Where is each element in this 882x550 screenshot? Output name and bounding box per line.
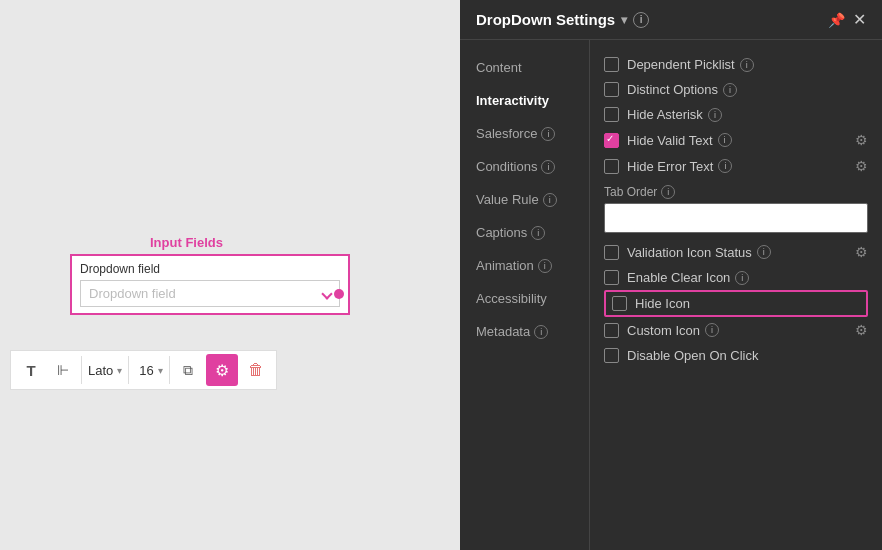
nav-item-accessibility[interactable]: Accessibility (460, 283, 589, 314)
nav-item-conditions[interactable]: Conditions i (460, 151, 589, 182)
hide-error-text-info-icon[interactable]: i (718, 159, 732, 173)
font-chevron-icon: ▾ (117, 365, 122, 376)
nav-label-value-rule: Value Rule (476, 192, 539, 207)
hide-valid-text-gear-icon[interactable]: ⚙ (855, 132, 868, 148)
text-icon: T (26, 362, 35, 379)
font-size-value: 16 (139, 363, 153, 378)
nav-item-value-rule[interactable]: Value Rule i (460, 184, 589, 215)
option-hide-valid-text: Hide Valid Text i ⚙ (604, 127, 868, 153)
text-style-button[interactable]: T (17, 356, 45, 384)
gear-button[interactable]: ⚙ (206, 354, 238, 386)
nav-label-content: Content (476, 60, 522, 75)
option-validation-icon-status: Validation Icon Status i ⚙ (604, 239, 868, 265)
nav-label-animation: Animation (476, 258, 534, 273)
title-chevron-icon: ▾ (621, 13, 627, 27)
input-fields-label: Input Fields (150, 235, 350, 250)
dropdown-placeholder: Dropdown field (89, 286, 176, 301)
toolbar: T ⊩ Lato ▾ 16 ▾ ⧉ ⚙ 🗑 (10, 350, 277, 390)
option-dependent-picklist: Dependent Picklist i (604, 52, 868, 77)
font-selector[interactable]: Lato ▾ (81, 356, 129, 384)
hide-error-text-gear-icon[interactable]: ⚙ (855, 158, 868, 174)
panel-content: Dependent Picklist i Distinct Options i … (590, 40, 882, 550)
hide-asterisk-info-icon[interactable]: i (708, 108, 722, 122)
option-disable-open-on-click: Disable Open On Click (604, 343, 868, 368)
enable-clear-icon-label: Enable Clear Icon i (627, 270, 868, 285)
disable-open-on-click-checkbox[interactable] (604, 348, 619, 363)
gear-icon: ⚙ (215, 361, 229, 380)
metadata-info-icon[interactable]: i (534, 325, 548, 339)
nav-item-metadata[interactable]: Metadata i (460, 316, 589, 347)
nav-item-content[interactable]: Content (460, 52, 589, 83)
custom-icon-info-icon[interactable]: i (705, 323, 719, 337)
custom-icon-label: Custom Icon i (627, 323, 847, 338)
hide-asterisk-label: Hide Asterisk i (627, 107, 868, 122)
dependent-picklist-checkbox[interactable] (604, 57, 619, 72)
hide-valid-text-checkbox[interactable] (604, 133, 619, 148)
nav-label-accessibility: Accessibility (476, 291, 547, 306)
dropdown-arrow-icon (319, 290, 331, 298)
validation-icon-gear-icon[interactable]: ⚙ (855, 244, 868, 260)
enable-clear-info-icon[interactable]: i (735, 271, 749, 285)
custom-icon-gear-icon[interactable]: ⚙ (855, 322, 868, 338)
panel-title: DropDown Settings ▾ i (476, 11, 820, 28)
distinct-options-label: Distinct Options i (627, 82, 868, 97)
trash-icon: 🗑 (248, 361, 264, 379)
panel-title-text: DropDown Settings (476, 11, 615, 28)
option-hide-icon: Hide Icon (604, 290, 868, 317)
animation-info-icon[interactable]: i (538, 259, 552, 273)
panel-info-icon[interactable]: i (633, 12, 649, 28)
size-chevron-icon: ▾ (158, 365, 163, 376)
hide-valid-text-label: Hide Valid Text i (627, 133, 847, 148)
salesforce-info-icon[interactable]: i (541, 127, 555, 141)
nav-label-interactivity: Interactivity (476, 93, 549, 108)
dot-indicator (334, 289, 344, 299)
align-button[interactable]: ⊩ (49, 356, 77, 384)
nav-label-metadata: Metadata (476, 324, 530, 339)
validation-icon-status-checkbox[interactable] (604, 245, 619, 260)
custom-icon-checkbox[interactable] (604, 323, 619, 338)
nav-label-salesforce: Salesforce (476, 126, 537, 141)
conditions-info-icon[interactable]: i (541, 160, 555, 174)
enable-clear-icon-checkbox[interactable] (604, 270, 619, 285)
tab-order-label-text: Tab Order (604, 185, 657, 199)
font-size-selector[interactable]: 16 ▾ (133, 356, 169, 384)
delete-button[interactable]: 🗑 (242, 356, 270, 384)
tab-order-input[interactable] (604, 203, 868, 233)
dependent-picklist-info-icon[interactable]: i (740, 58, 754, 72)
nav-item-animation[interactable]: Animation i (460, 250, 589, 281)
option-custom-icon: Custom Icon i ⚙ (604, 317, 868, 343)
close-icon[interactable]: ✕ (853, 10, 866, 29)
hide-error-text-label: Hide Error Text i (627, 159, 847, 174)
field-group: Dropdown field Dropdown field (70, 254, 350, 315)
panel-body: Content Interactivity Salesforce i Condi… (460, 40, 882, 550)
dropdown-select[interactable]: Dropdown field (80, 280, 340, 307)
nav-item-captions[interactable]: Captions i (460, 217, 589, 248)
hide-valid-text-info-icon[interactable]: i (718, 133, 732, 147)
tab-order-info-icon[interactable]: i (661, 185, 675, 199)
dependent-picklist-label: Dependent Picklist i (627, 57, 868, 72)
nav-item-interactivity[interactable]: Interactivity (460, 85, 589, 116)
option-enable-clear-icon: Enable Clear Icon i (604, 265, 868, 290)
nav-label-conditions: Conditions (476, 159, 537, 174)
hide-icon-checkbox[interactable] (612, 296, 627, 311)
tab-order-label: Tab Order i (604, 185, 868, 199)
link-button[interactable]: ⧉ (174, 356, 202, 384)
hide-error-text-checkbox[interactable] (604, 159, 619, 174)
option-distinct-options: Distinct Options i (604, 77, 868, 102)
distinct-options-info-icon[interactable]: i (723, 83, 737, 97)
disable-open-on-click-label: Disable Open On Click (627, 348, 868, 363)
validation-icon-status-label: Validation Icon Status i (627, 245, 847, 260)
panel-header: DropDown Settings ▾ i 📌 ✕ (460, 0, 882, 40)
pin-icon[interactable]: 📌 (828, 12, 845, 28)
hide-icon-label: Hide Icon (635, 296, 860, 311)
canvas-area: Input Fields Dropdown field Dropdown fie… (0, 0, 460, 550)
value-rule-info-icon[interactable]: i (543, 193, 557, 207)
validation-info-icon[interactable]: i (757, 245, 771, 259)
nav-item-salesforce[interactable]: Salesforce i (460, 118, 589, 149)
hide-asterisk-checkbox[interactable] (604, 107, 619, 122)
font-name: Lato (88, 363, 113, 378)
option-hide-error-text: Hide Error Text i ⚙ (604, 153, 868, 179)
distinct-options-checkbox[interactable] (604, 82, 619, 97)
captions-info-icon[interactable]: i (531, 226, 545, 240)
option-hide-asterisk: Hide Asterisk i (604, 102, 868, 127)
